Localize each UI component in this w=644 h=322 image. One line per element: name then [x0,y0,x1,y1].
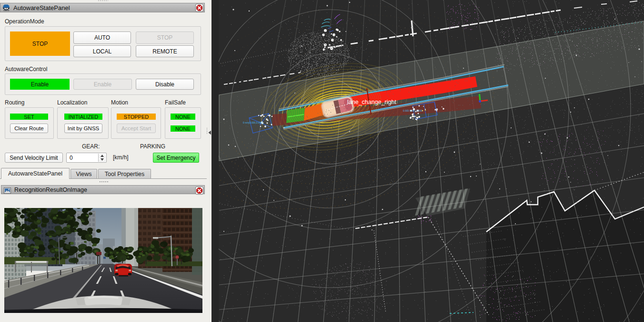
svg-text:0 m/s(0.000,0.000): 0 m/s(0.000,0.000) [243,121,263,124]
svg-text:0.000 0.000 0.000: 0.000 0.000 0.000 [403,109,423,112]
svg-text:lane_change_right: lane_change_right [347,99,396,105]
